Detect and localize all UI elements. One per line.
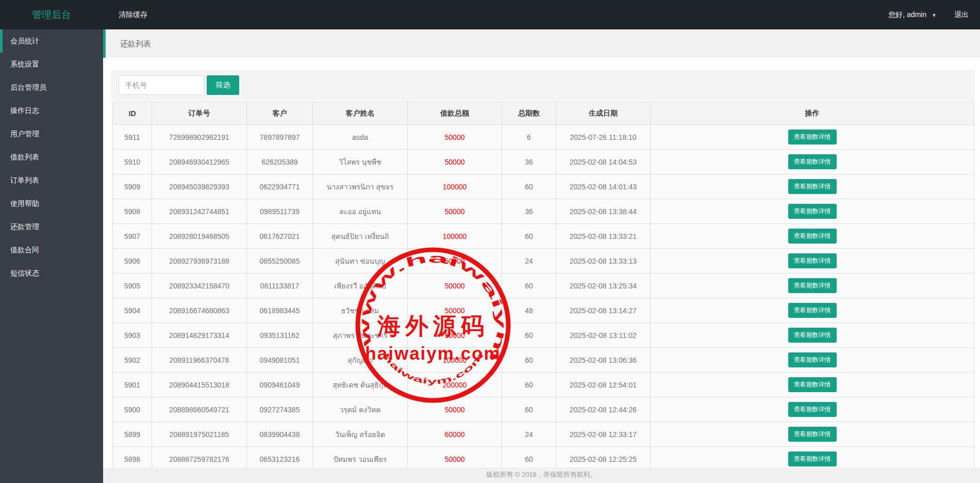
phone-search-input[interactable] [119,75,204,95]
sidebar-item-1[interactable]: 系统设置 [0,53,103,76]
row-date: 2025-02-08 13:14:27 [556,298,651,323]
row-actions: 查看期数详情 [651,323,974,348]
row-amount: 50000 [408,249,502,273]
row-date: 2025-02-08 13:38:44 [556,199,651,224]
view-periods-button[interactable]: 查看期数详情 [788,452,837,466]
row-customer: 0839904438 [247,422,313,447]
view-periods-button[interactable]: 查看期数详情 [788,229,837,244]
row-order-no: 208927936973188 [152,249,247,273]
row-customer-name: เพียงรวี อภัยศิลป์ [313,273,408,298]
row-customer-name: สุคนธ์ปิยา เหงี่ยนถิ [313,224,408,249]
top-navbar: 管理后台 清除缓存 您好, admin ▼ 退出 [0,0,980,29]
row-amount: 50000 [408,125,502,150]
table-row: 58992088919750211850839904438วันเพ็ญ สร้… [113,422,974,447]
sidebar-item-0[interactable]: 会员统计 [0,29,103,53]
table-row: 59012089044155130180909461049สุทธิเดช ต้… [113,373,974,397]
view-periods-button[interactable]: 查看期数详情 [788,303,837,318]
row-customer: 0949081051 [247,348,313,373]
row-actions: 查看期数详情 [651,422,974,447]
row-id: 5909 [113,174,152,199]
row-id: 5906 [113,249,152,273]
row-customer: 0811133817 [247,273,313,298]
row-periods: 60 [502,397,556,422]
repayment-table: ID订单号客户客户姓名借款总额总期数生成日期操作 591172699890298… [112,102,974,472]
row-periods: 60 [502,348,556,373]
app-brand[interactable]: 管理后台 [0,0,103,29]
view-periods-button[interactable]: 查看期数详情 [788,352,837,367]
row-customer: 0855250085 [247,249,313,273]
row-customer: 626205389 [247,150,313,174]
sidebar-item-5[interactable]: 借款列表 [0,146,103,169]
row-periods: 36 [502,150,556,174]
row-order-no: 208898660549721 [152,397,247,422]
sidebar-item-9[interactable]: 借款合同 [0,238,103,262]
row-id: 5911 [113,125,152,150]
sidebar-item-10[interactable]: 短信状态 [0,262,103,285]
table-row: 59002088986605497210927274385วรุตม์ คงวิ… [113,397,974,422]
row-actions: 查看期数详情 [651,348,974,373]
sidebar-item-6[interactable]: 订单列表 [0,169,103,192]
row-actions: 查看期数详情 [651,249,974,273]
row-id: 5900 [113,397,152,422]
row-periods: 24 [502,249,556,273]
column-header: 生成日期 [556,102,651,125]
row-customer-name: สุกัญญา [313,348,408,373]
row-amount: 200000 [408,373,502,397]
sidebar-item-3[interactable]: 操作日志 [0,99,103,122]
sidebar-item-8[interactable]: 还款管理 [0,215,103,238]
breadcrumb: 还款列表 [103,29,980,58]
row-date: 2025-02-08 13:06:36 [556,348,651,373]
row-actions: 查看期数详情 [651,224,974,249]
row-id: 5908 [113,199,152,224]
view-periods-button[interactable]: 查看期数详情 [788,154,837,169]
row-periods: 6 [502,125,556,150]
row-order-no: 208928019468505 [152,224,247,249]
row-date: 2025-02-08 13:11:02 [556,323,651,348]
row-actions: 查看期数详情 [651,397,974,422]
column-header: 订单号 [152,102,247,125]
row-amount: 60000 [408,422,502,447]
clear-cache-button[interactable]: 清除缓存 [113,0,153,29]
row-order-no: 208946930412965 [152,150,247,174]
view-periods-button[interactable]: 查看期数详情 [788,130,837,144]
view-periods-button[interactable]: 查看期数详情 [788,278,837,293]
row-customer-name: วันเพ็ญ สร้อยจิต [313,422,408,447]
filter-button[interactable]: 筛选 [207,75,239,95]
row-date: 2025-07-26 11:18:10 [556,125,651,150]
row-customer-name: ธวัชชัย ผสม [313,298,408,323]
row-customer-name: สุนันทา ซ่อนบุญ [313,249,408,273]
row-customer-name: วิไลพร นุชพืช [313,150,408,174]
row-amount: 50000 [408,273,502,298]
view-periods-button[interactable]: 查看期数详情 [788,328,837,343]
row-customer: 0927274385 [247,397,313,422]
row-customer: 0618983445 [247,298,313,323]
view-periods-button[interactable]: 查看期数详情 [788,253,837,268]
view-periods-button[interactable]: 查看期数详情 [788,427,837,442]
row-customer-name: นางสาวพรนิภา สุขจร [313,174,408,199]
sidebar-item-4[interactable]: 用户管理 [0,122,103,146]
table-row: 59022089119663704780949081051สุกัญญา1000… [113,348,974,373]
row-amount: 50000 [408,150,502,174]
user-menu[interactable]: 您好, admin ▼ [888,0,937,29]
row-date: 2025-02-08 13:33:13 [556,249,651,273]
row-id: 5904 [113,298,152,323]
sidebar-item-7[interactable]: 使用帮助 [0,192,103,215]
row-periods: 48 [502,298,556,323]
logout-button[interactable]: 退出 [954,0,969,29]
user-greeting: 您好, admin [888,10,926,19]
view-periods-button[interactable]: 查看期数详情 [788,377,837,392]
row-date: 2025-02-08 12:44:26 [556,397,651,422]
table-row: 59082089312427448510989511739ละออ อยู่แท… [113,199,974,224]
row-actions: 查看期数详情 [651,125,974,150]
view-periods-button[interactable]: 查看期数详情 [788,204,837,219]
row-date: 2025-02-08 12:33:17 [556,422,651,447]
row-amount: 100000 [408,348,502,373]
view-periods-button[interactable]: 查看期数详情 [788,402,837,417]
view-periods-button[interactable]: 查看期数详情 [788,179,837,194]
column-header: ID [113,102,152,125]
sidebar-item-2[interactable]: 后台管理员 [0,76,103,99]
table-row: 59042089166746808630618983445ธวัชชัย ผสม… [113,298,974,323]
table-row: 59092089450398293930622934771นางสาวพรนิภ… [113,174,974,199]
row-customer: 0935131162 [247,323,313,348]
table-row: 59062089279369731880855250085สุนันทา ซ่อ… [113,249,974,273]
